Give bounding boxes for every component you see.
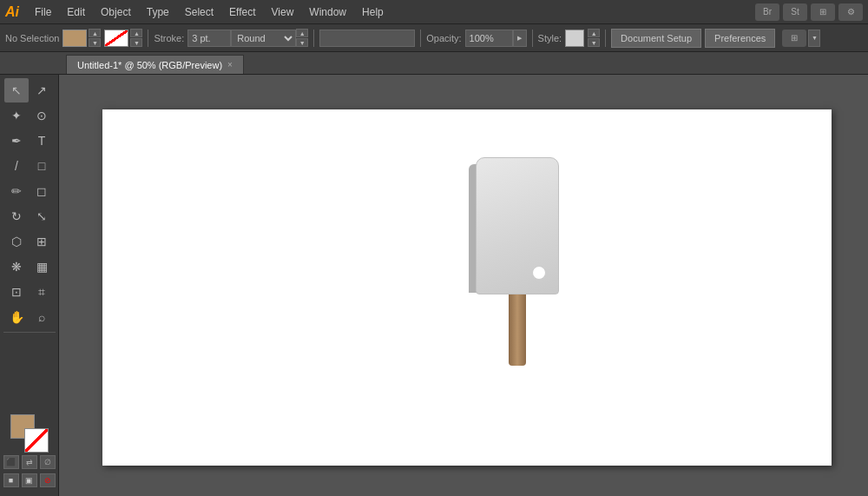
- shaper-tool[interactable]: ⬡: [4, 229, 29, 254]
- tab-title: Untitled-1* @ 50% (RGB/Preview): [77, 60, 222, 70]
- lasso-tool[interactable]: ⊙: [30, 103, 54, 128]
- stroke-arrow-down[interactable]: ▼: [130, 38, 142, 47]
- grid-icon[interactable]: ⊞: [811, 3, 835, 21]
- scale-tool[interactable]: ⤡: [30, 204, 54, 228]
- opacity-input[interactable]: [465, 30, 513, 47]
- fill-color-swatch[interactable]: [62, 30, 87, 47]
- opacity-label: Opacity:: [426, 33, 461, 43]
- fill-arrow-down[interactable]: ▼: [89, 38, 101, 47]
- selection-tool[interactable]: ↖: [4, 78, 29, 103]
- preferences-button[interactable]: Preferences: [705, 29, 775, 48]
- canvas-area[interactable]: [59, 75, 868, 496]
- slice-tool[interactable]: ⌗: [30, 280, 54, 304]
- style-swatch[interactable]: [565, 30, 584, 47]
- magic-wand-tool[interactable]: ✦: [4, 103, 29, 128]
- artboard: [102, 109, 832, 466]
- tool-separator: [3, 332, 56, 333]
- bottom-color-controls: ⬛ ⇄ ∅: [3, 455, 56, 469]
- toolbar: No Selection ▲ ▼ ▲ ▼ Stroke: Round Butt …: [0, 24, 868, 52]
- stroke-width-input[interactable]: [187, 30, 231, 47]
- main-area: ↖ ↗ ✦ ⊙ ✒ T / □ ✏ ◻ ↻ ⤡ ⬡ ⊞ ❋ ▦: [0, 75, 868, 496]
- artboard-tool[interactable]: ⊡: [4, 280, 29, 304]
- stroke-color-swatch[interactable]: [104, 30, 128, 47]
- ic-circle-decoration: [532, 266, 546, 280]
- sync-icon[interactable]: ⚙: [838, 3, 863, 21]
- menu-object[interactable]: Object: [94, 4, 138, 20]
- symbol-tool[interactable]: ❋: [4, 255, 29, 279]
- color-swatches: ⬛ ⇄ ∅ ■ ▣ ⊘: [3, 414, 56, 493]
- bridge-icon[interactable]: Br: [755, 3, 779, 21]
- direct-select-tool[interactable]: ↗: [30, 78, 54, 103]
- pencil-tool[interactable]: ✏: [4, 179, 29, 203]
- rect-tool[interactable]: □: [30, 154, 54, 178]
- stroke-dash-input[interactable]: [319, 30, 415, 47]
- menu-window[interactable]: Window: [302, 4, 353, 20]
- default-colors-icon[interactable]: ⬛: [3, 455, 19, 469]
- menu-bar: Ai File Edit Object Type Select Effect V…: [0, 0, 868, 24]
- stroke-text-label: Stroke:: [154, 33, 184, 43]
- style-label: Style:: [538, 33, 562, 43]
- gradient-icon[interactable]: ▣: [22, 473, 37, 487]
- hand-tool[interactable]: ✋: [4, 305, 29, 329]
- none-icon2[interactable]: ⊘: [40, 473, 56, 487]
- separator-4: [532, 30, 533, 47]
- tab-bar: Untitled-1* @ 50% (RGB/Preview) ×: [0, 52, 868, 75]
- free-transform-tool[interactable]: ⊞: [30, 229, 54, 254]
- icecream-illustration: [476, 157, 559, 366]
- line-tool[interactable]: /: [4, 154, 29, 178]
- style-arrow-up[interactable]: ▲: [588, 29, 600, 37]
- ic-stick: [509, 294, 526, 366]
- stock-icon[interactable]: St: [783, 3, 807, 21]
- tab-close-button[interactable]: ×: [227, 60, 233, 69]
- ic-body-group: [476, 157, 559, 294]
- stroke-width-down[interactable]: ▼: [296, 38, 308, 47]
- app-logo: Ai: [5, 4, 19, 20]
- eraser-tool[interactable]: ◻: [30, 179, 54, 203]
- fill-stroke-swatches[interactable]: [10, 414, 49, 453]
- swap-colors-icon[interactable]: ⇄: [22, 455, 37, 469]
- none-icon: [24, 428, 49, 453]
- menu-select[interactable]: Select: [178, 4, 220, 20]
- separator-2: [313, 30, 314, 47]
- separator-5: [605, 30, 606, 47]
- menu-effect[interactable]: Effect: [222, 4, 262, 20]
- ic-body: [476, 157, 559, 294]
- selection-label: No Selection: [5, 33, 59, 43]
- separator-1: [148, 30, 148, 47]
- rotate-tool[interactable]: ↻: [4, 204, 29, 228]
- menu-view[interactable]: View: [265, 4, 301, 20]
- stroke-type-dropdown[interactable]: Round Butt Square: [231, 30, 296, 47]
- separator-3: [420, 30, 421, 47]
- menu-edit[interactable]: Edit: [60, 4, 92, 20]
- color-mode-icon[interactable]: ■: [3, 473, 19, 487]
- zoom-tool[interactable]: ⌕: [30, 305, 54, 329]
- toolbox: ↖ ↗ ✦ ⊙ ✒ T / □ ✏ ◻ ↻ ⤡ ⬡ ⊞ ❋ ▦: [0, 75, 59, 496]
- stroke-arrow-up[interactable]: ▲: [130, 29, 142, 37]
- arrange-arrow[interactable]: ▼: [808, 30, 820, 47]
- column-graph-tool[interactable]: ▦: [30, 255, 54, 279]
- fill-arrow-up[interactable]: ▲: [89, 29, 101, 37]
- pen-tool[interactable]: ✒: [4, 129, 29, 153]
- menu-help[interactable]: Help: [355, 4, 391, 20]
- arrange-icon[interactable]: ⊞: [782, 30, 806, 47]
- menu-file[interactable]: File: [28, 4, 58, 20]
- document-tab[interactable]: Untitled-1* @ 50% (RGB/Preview) ×: [66, 55, 244, 74]
- stroke-width-up[interactable]: ▲: [296, 29, 308, 37]
- style-arrow-down[interactable]: ▼: [588, 38, 600, 47]
- document-setup-button[interactable]: Document Setup: [611, 29, 701, 48]
- type-tool[interactable]: T: [30, 129, 54, 153]
- none-color-icon[interactable]: ∅: [40, 455, 56, 469]
- menu-type[interactable]: Type: [140, 4, 176, 20]
- opacity-next[interactable]: ▶: [513, 30, 527, 47]
